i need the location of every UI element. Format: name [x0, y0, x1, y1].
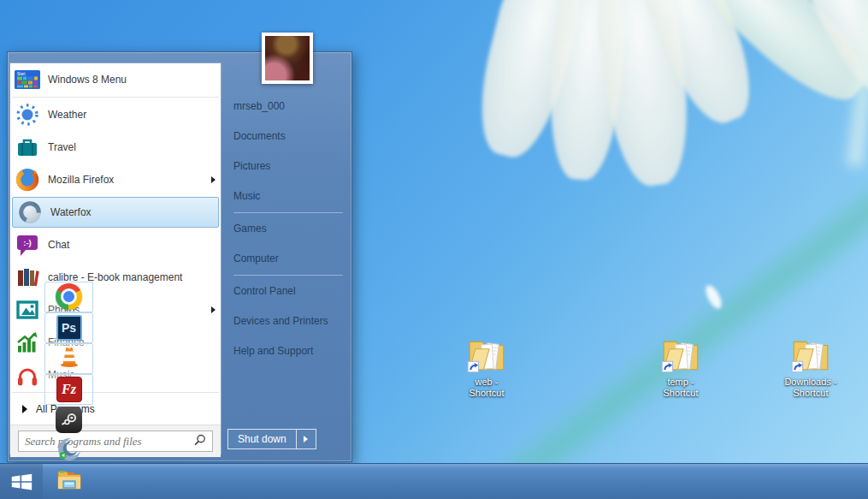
- all-programs-arrow-icon: [22, 405, 27, 413]
- folder-shortcut-icon: [659, 336, 702, 375]
- taskbar-item-teamspeak[interactable]: [44, 436, 93, 466]
- shutdown-arrow-icon: [304, 436, 308, 443]
- start-menu-right-item-computer[interactable]: Computer: [221, 244, 351, 274]
- filezilla-icon: Fz: [56, 377, 82, 402]
- search-icon[interactable]: [192, 432, 208, 451]
- music-icon: [14, 361, 41, 389]
- start-menu-item-weather[interactable]: Weather: [10, 98, 221, 131]
- menu-item-label: Windows 8 Menu: [48, 74, 127, 86]
- chrome-icon: [56, 283, 82, 310]
- start-button[interactable]: [0, 464, 43, 499]
- windows8-menu-icon: Start: [14, 66, 41, 93]
- taskbar-item-steam[interactable]: [44, 405, 93, 436]
- folder-shortcut-icon: [789, 336, 832, 375]
- menu-separator: [12, 97, 219, 98]
- file-explorer-icon: [56, 466, 83, 497]
- desktop-icon-downloads-shortcut[interactable]: Downloads -Shortcut: [771, 336, 850, 399]
- calibre-icon: [14, 264, 41, 291]
- start-menu-right-item-help-and-support[interactable]: Help and Support: [221, 336, 351, 366]
- submenu-arrow-icon: [211, 176, 216, 183]
- start-menu-right-item-documents[interactable]: Documents: [221, 122, 351, 151]
- start-menu-right-item-music[interactable]: Music: [221, 181, 351, 211]
- start-menu-item-mozilla-firefox[interactable]: Mozilla Firefox: [10, 163, 221, 196]
- windows-logo-icon: [9, 469, 34, 495]
- all-programs-item[interactable]: All Programs: [10, 394, 221, 425]
- shutdown-button[interactable]: Shut down: [227, 429, 297, 449]
- taskbar-item-chrome[interactable]: [44, 282, 93, 312]
- folder-shortcut-icon: [465, 336, 508, 375]
- svg-text::-): :-): [23, 238, 32, 247]
- finance-icon: [14, 329, 41, 356]
- waterfox-icon: [16, 199, 44, 226]
- photoshop-icon: Ps: [56, 315, 82, 341]
- desktop-icon-label: temp -Shortcut: [641, 377, 720, 399]
- flower-stem: [389, 139, 868, 499]
- taskbar: PsFzPrS: [0, 463, 868, 499]
- start-menu-right-item-pictures[interactable]: Pictures: [221, 151, 351, 181]
- firefox-icon: [14, 166, 41, 193]
- menu-item-label: Mozilla Firefox: [48, 174, 114, 186]
- start-menu-right-item-games[interactable]: Games: [221, 214, 351, 244]
- photos-icon: [14, 296, 41, 324]
- steam-icon: [56, 407, 82, 433]
- start-menu-item-music[interactable]: Music: [10, 359, 221, 391]
- start-menu-item-calibre-e-book-management[interactable]: calibre - E-book management: [10, 261, 221, 294]
- submenu-arrow-icon: [211, 306, 216, 313]
- start-menu-right-item-user-name[interactable]: mrseb_000: [221, 92, 351, 122]
- desktop-icon-label: Downloads -Shortcut: [771, 377, 850, 399]
- user-avatar[interactable]: [262, 33, 313, 84]
- menu-item-label: Chat: [48, 239, 69, 251]
- start-menu-item-waterfox[interactable]: Waterfox: [12, 197, 219, 228]
- menu-item-label: Waterfox: [50, 206, 92, 218]
- start-menu-item-travel[interactable]: Travel: [10, 131, 221, 163]
- start-menu-left-panel: StartWindows 8 MenuWeatherTravelMozilla …: [9, 62, 221, 454]
- chat-icon: :-): [14, 231, 41, 258]
- taskbar-item-filezilla[interactable]: Fz: [44, 374, 93, 405]
- vlc-icon: [56, 343, 83, 374]
- desktop-screen: web -Shortcuttemp -ShortcutDownloads -Sh…: [0, 0, 868, 499]
- weather-icon: [14, 101, 41, 128]
- start-menu-item-windows-8-menu[interactable]: StartWindows 8 Menu: [10, 63, 221, 96]
- start-menu-right-list: mrseb_000DocumentsPicturesMusicGamesComp…: [221, 92, 351, 366]
- shutdown-label: Shut down: [238, 433, 286, 445]
- svg-text:Start: Start: [17, 72, 26, 76]
- desktop-icon-label: web -Shortcut: [447, 377, 526, 399]
- shutdown-split-button: Shut down: [227, 429, 316, 449]
- menu-item-label: Travel: [48, 141, 76, 153]
- start-menu-item-chat[interactable]: :-)Chat: [10, 229, 221, 261]
- user-avatar-photo: [265, 36, 310, 80]
- start-menu-right-item-control-panel[interactable]: Control Panel: [221, 276, 351, 306]
- start-menu-item-finance[interactable]: Finance: [10, 326, 221, 359]
- menu-item-label: Weather: [48, 109, 86, 121]
- taskbar-item-photoshop[interactable]: Ps: [44, 312, 93, 343]
- taskbar-items: PsFzPrS: [43, 282, 95, 499]
- right-panel-separator: [233, 212, 343, 213]
- taskbar-item-file-explorer[interactable]: [44, 466, 93, 497]
- shutdown-options-button[interactable]: [297, 429, 316, 449]
- desktop-icon-temp-shortcut[interactable]: temp -Shortcut: [641, 336, 720, 399]
- start-menu-item-photos[interactable]: Photos: [10, 294, 221, 326]
- start-menu-right-item-devices-and-printers[interactable]: Devices and Printers: [221, 306, 351, 336]
- right-panel-separator: [233, 275, 343, 276]
- travel-icon: [14, 134, 41, 161]
- taskbar-item-vlc[interactable]: [44, 343, 93, 374]
- start-menu-right-panel: mrseb_000DocumentsPicturesMusicGamesComp…: [221, 52, 351, 461]
- search-strip: [10, 425, 221, 457]
- start-menu-list: StartWindows 8 MenuWeatherTravelMozilla …: [10, 63, 221, 391]
- desktop-icon-web-shortcut[interactable]: web -Shortcut: [447, 336, 526, 399]
- teamspeak-icon: [56, 436, 83, 466]
